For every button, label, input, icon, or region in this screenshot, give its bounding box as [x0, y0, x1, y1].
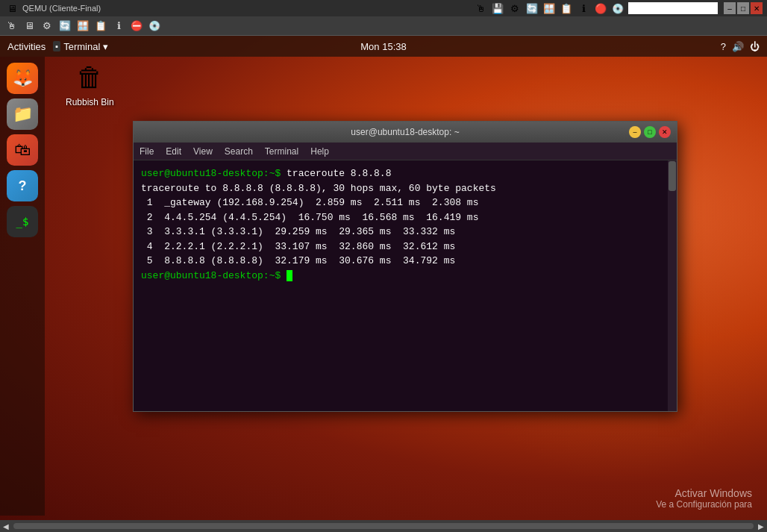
watermark-line2: Ve a Configuración para: [656, 499, 752, 510]
toolbar-btn-3[interactable]: ⚙: [39, 19, 55, 34]
qemu-tool-4[interactable]: 🔄: [525, 1, 539, 16]
terminal-window: user@ubuntu18-desktop: ~ – □ ✕ File Edit…: [133, 121, 677, 412]
terminal-title: user@ubuntu18-desktop: ~: [140, 127, 671, 137]
rubbish-bin-icon[interactable]: 🗑 Rubbish Bin: [66, 60, 114, 107]
qemu-tool-6[interactable]: 📋: [559, 1, 574, 16]
terminal-line-3: 1 _gateway (192.168.9.254) 2.859 ms 2.51…: [141, 195, 669, 210]
menu-file[interactable]: File: [140, 146, 154, 157]
menu-help[interactable]: Help: [310, 146, 329, 157]
qemu-title: QEMU (Cliente-Final): [22, 4, 470, 13]
toolbar-btn-8[interactable]: 💿: [146, 19, 163, 34]
bottom-scrollbar[interactable]: ◀ ▶: [0, 520, 767, 532]
prompt-1: user@ubuntu18-desktop:~$: [141, 168, 287, 179]
toolbar-btn-stop[interactable]: ⛔: [128, 19, 145, 34]
bin-icon-graphic: 🗑: [72, 60, 107, 96]
toolbar-btn-5[interactable]: 🪟: [75, 19, 91, 34]
menu-view[interactable]: View: [193, 146, 213, 157]
terminal-minimize-btn[interactable]: –: [629, 126, 641, 138]
menu-edit[interactable]: Edit: [166, 146, 181, 157]
dock-appstore[interactable]: 🛍: [7, 134, 38, 166]
activate-watermark: Activar Windows Ve a Configuración para: [656, 487, 752, 510]
qemu-device-toolbar: 🖱 🖥 ⚙ 🔄 🪟 📋 ℹ ⛔ 💿: [0, 16, 767, 36]
terminal-menubar: File Edit View Search Terminal Help: [134, 143, 677, 160]
terminal-line-8: user@ubuntu18-desktop:~$ █: [141, 269, 669, 284]
qemu-toolbar-icons: 🖱 💾 ⚙ 🔄 🪟 📋 ℹ 🔴 💿: [473, 1, 625, 16]
terminal-line-5: 3 3.3.3.1 (3.3.3.1) 29.259 ms 29.365 ms …: [141, 225, 669, 240]
panel-terminal-icon: ▪: [53, 41, 60, 51]
qemu-app-icon: 🖥: [4, 1, 19, 16]
qemu-tool-2[interactable]: 💾: [490, 1, 505, 16]
toolbar-btn-4[interactable]: 🔄: [57, 19, 73, 34]
dock-help[interactable]: ?: [7, 170, 38, 201]
menu-search[interactable]: Search: [225, 146, 253, 157]
qemu-window-controls: [628, 2, 718, 14]
qemu-tool-7[interactable]: ℹ: [576, 1, 591, 16]
terminal-body[interactable]: user@ubuntu18-desktop:~$ traceroute 8.8.…: [134, 160, 677, 411]
panel-power-icon[interactable]: ⏻: [750, 41, 760, 52]
application-dock: 🦊 📁 🛍 ? _$: [0, 57, 45, 516]
terminal-scroll-thumb[interactable]: [669, 161, 676, 191]
qemu-search[interactable]: [628, 2, 718, 14]
qemu-titlebar: 🖥 QEMU (Cliente-Final) 🖱 💾 ⚙ 🔄 🪟 📋 ℹ 🔴 💿…: [0, 0, 767, 16]
qemu-tool-3[interactable]: ⚙: [507, 1, 522, 16]
terminal-titlebar: user@ubuntu18-desktop: ~ – □ ✕: [134, 122, 677, 143]
terminal-line-6: 4 2.2.2.1 (2.2.2.1) 33.107 ms 32.860 ms …: [141, 240, 669, 254]
toolbar-btn-1[interactable]: 🖱: [3, 19, 19, 34]
command-1: traceroute 8.8.8.8: [287, 168, 391, 179]
panel-clock: Mon 15:38: [360, 41, 406, 52]
qemu-minimize-btn[interactable]: –: [724, 2, 736, 14]
scroll-track[interactable]: [13, 523, 754, 529]
panel-volume-icon[interactable]: 🔊: [732, 41, 744, 52]
toolbar-btn-2[interactable]: 🖥: [21, 19, 37, 34]
qemu-win-btns: – □ ✕: [724, 2, 763, 14]
terminal-maximize-btn[interactable]: □: [644, 126, 656, 138]
qemu-close-btn[interactable]: ✕: [751, 2, 763, 14]
qemu-maximize-btn[interactable]: □: [737, 2, 749, 14]
terminal-scrollbar[interactable]: [668, 160, 677, 411]
panel-terminal-menu[interactable]: ▪ Terminal ▾: [53, 41, 108, 52]
toolbar-btn-6[interactable]: 📋: [93, 19, 109, 34]
cursor-block: █: [287, 270, 292, 281]
dock-firefox[interactable]: 🦊: [7, 63, 38, 94]
desktop: 🖥 QEMU (Cliente-Final) 🖱 💾 ⚙ 🔄 🪟 📋 ℹ 🔴 💿…: [0, 0, 767, 532]
terminal-line-1: user@ubuntu18-desktop:~$ traceroute 8.8.…: [141, 166, 669, 181]
panel-right-area: ? 🔊 ⏻: [721, 41, 760, 52]
panel-activities[interactable]: Activities: [7, 41, 46, 52]
prompt-2: user@ubuntu18-desktop:~$: [141, 270, 287, 281]
terminal-line-4: 2 4.4.5.254 (4.4.5.254) 16.750 ms 16.568…: [141, 210, 669, 225]
qemu-tool-5[interactable]: 🪟: [542, 1, 557, 16]
ubuntu-panel: Activities ▪ Terminal ▾ Mon 15:38 ? 🔊 ⏻: [0, 36, 767, 57]
dock-files[interactable]: 📁: [7, 98, 38, 130]
terminal-window-buttons: – □ ✕: [629, 126, 671, 138]
panel-terminal-label[interactable]: Terminal: [63, 41, 100, 52]
qemu-tool-1[interactable]: 🖱: [473, 1, 488, 16]
qemu-tool-8[interactable]: 💿: [610, 1, 625, 16]
terminal-line-7: 5 8.8.8.8 (8.8.8.8) 32.179 ms 30.676 ms …: [141, 254, 669, 269]
dock-terminal[interactable]: _$: [7, 206, 38, 237]
watermark-line1: Activar Windows: [656, 487, 752, 499]
terminal-line-2: traceroute to 8.8.8.8 (8.8.8.8), 30 hops…: [141, 181, 669, 196]
panel-help-icon[interactable]: ?: [721, 41, 726, 52]
qemu-tool-stop[interactable]: 🔴: [593, 1, 608, 16]
scroll-left-arrow[interactable]: ◀: [0, 520, 12, 532]
terminal-close-btn[interactable]: ✕: [659, 126, 671, 138]
toolbar-btn-7[interactable]: ℹ: [110, 19, 127, 34]
menu-terminal[interactable]: Terminal: [265, 146, 298, 157]
scroll-right-arrow[interactable]: ▶: [755, 520, 767, 532]
bin-label: Rubbish Bin: [66, 97, 114, 107]
panel-terminal-arrow: ▾: [103, 41, 108, 52]
